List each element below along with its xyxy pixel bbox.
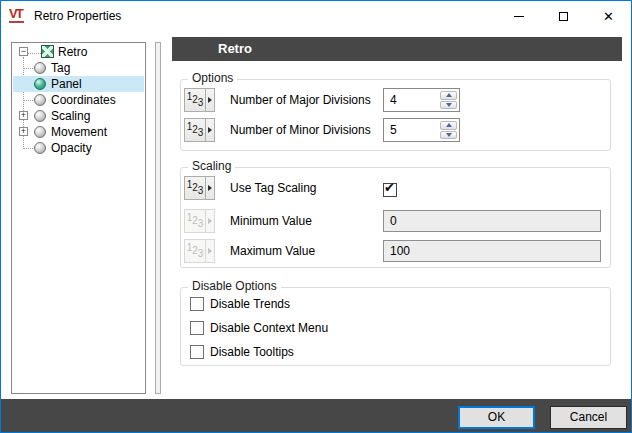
tree-item-label: Panel [51,77,82,91]
tree-panel-splitter[interactable] [155,42,161,394]
down-arrow-icon [446,103,452,107]
window-title: Retro Properties [34,9,121,23]
minimum-value-field: 0 [383,210,601,232]
disable-options-group: Disable Options Disable Trends Disable C… [180,287,611,366]
tree-item-panel[interactable]: Panel [13,76,144,92]
options-group: Options 123 Number of Major Divisions 4 … [180,79,611,151]
dropdown-arrow-icon [205,240,214,262]
collapse-icon[interactable]: − [19,47,28,56]
tree-item-label: Coordinates [51,93,116,107]
tree-item-label: Retro [58,45,87,59]
sphere-icon [34,62,46,74]
tree-item-movement[interactable]: + Movement [13,124,144,140]
close-button[interactable]: ✕ [586,1,631,31]
panel-widget-icon [41,45,54,58]
panel-title: Retro [172,37,622,61]
maximize-icon [559,12,568,21]
minor-divisions-spinner[interactable]: 5 [383,118,460,142]
ok-button[interactable]: OK [458,406,535,429]
footer-bar: OK Cancel [1,399,631,432]
scaling-group: Scaling 123 Use Tag Scaling ✔ 123 Minimu… [180,167,611,268]
numeric-123-icon: 123 [185,177,205,199]
minimize-icon [514,16,524,17]
dropdown-arrow-icon[interactable] [205,177,214,199]
minor-divisions-label: Number of Minor Divisions [230,118,371,142]
tree-item-label: Opacity [51,141,92,155]
disable-tooltips-label: Disable Tooltips [210,340,294,364]
tree-item-label: Tag [51,61,70,75]
minimize-button[interactable] [496,1,541,31]
numeric-123-icon: 123 [185,240,205,262]
numeric-123-icon: 123 [185,210,205,232]
property-tree: − Retro Tag Panel Coordinates + Scaling … [11,42,146,394]
use-tag-scaling-checkbox[interactable]: ✔ [383,183,397,197]
disable-context-menu-label: Disable Context Menu [210,316,328,340]
scaling-group-label: Scaling [188,159,235,173]
up-arrow-icon [446,123,452,127]
cancel-button[interactable]: Cancel [550,406,627,429]
numeric-type-button[interactable]: 123 [184,118,215,142]
close-icon: ✕ [603,10,614,23]
numeric-type-button[interactable]: 123 [184,176,215,200]
dropdown-arrow-icon [205,210,214,232]
maximize-button[interactable] [541,1,586,31]
tree-item-tag[interactable]: Tag [13,60,144,76]
numeric-type-button-disabled: 123 [184,209,215,233]
titlebar[interactable]: VT Retro Properties ✕ [1,1,631,31]
sphere-icon [34,142,46,154]
sphere-icon [34,94,46,106]
spin-down-button[interactable] [440,131,457,140]
spin-up-button[interactable] [440,91,457,100]
disable-context-menu-checkbox[interactable] [190,321,204,335]
maximum-value-label: Maximum Value [230,239,315,263]
tree-item-scaling[interactable]: + Scaling [13,108,144,124]
disable-trends-label: Disable Trends [210,292,290,316]
sphere-icon [34,78,46,90]
major-divisions-label: Number of Major Divisions [230,88,371,112]
major-divisions-value[interactable]: 4 [384,89,440,111]
disable-options-group-label: Disable Options [188,279,281,293]
tree-item-opacity[interactable]: Opacity [13,140,144,156]
numeric-123-icon: 123 [185,89,205,111]
sphere-icon [34,126,46,138]
check-icon: ✔ [384,181,395,195]
tree-item-label: Scaling [51,109,90,123]
maximum-value-field: 100 [383,240,601,262]
dropdown-arrow-icon[interactable] [205,119,214,141]
dropdown-arrow-icon[interactable] [205,89,214,111]
tree-item-retro[interactable]: − Retro [13,44,144,60]
numeric-type-button[interactable]: 123 [184,88,215,112]
numeric-type-button-disabled: 123 [184,239,215,263]
disable-trends-checkbox[interactable] [190,297,204,311]
panel-header-band: Retro [172,37,622,61]
minor-divisions-value[interactable]: 5 [384,119,440,141]
numeric-123-icon: 123 [185,119,205,141]
up-arrow-icon [446,93,452,97]
expand-icon[interactable]: + [19,127,28,136]
retro-properties-dialog: VT Retro Properties ✕ − Retro Tag [0,0,632,433]
down-arrow-icon [446,133,452,137]
tree-item-label: Movement [51,125,107,139]
spin-down-button[interactable] [440,101,457,110]
use-tag-scaling-label: Use Tag Scaling [230,176,317,200]
sphere-icon [34,110,46,122]
major-divisions-spinner[interactable]: 4 [383,88,460,112]
minimum-value-label: Minimum Value [230,209,312,233]
tree-item-coordinates[interactable]: Coordinates [13,92,144,108]
expand-icon[interactable]: + [19,111,28,120]
options-group-label: Options [188,71,237,85]
disable-tooltips-checkbox[interactable] [190,345,204,359]
vt-logo-icon: VT [9,7,24,23]
spin-up-button[interactable] [440,121,457,130]
